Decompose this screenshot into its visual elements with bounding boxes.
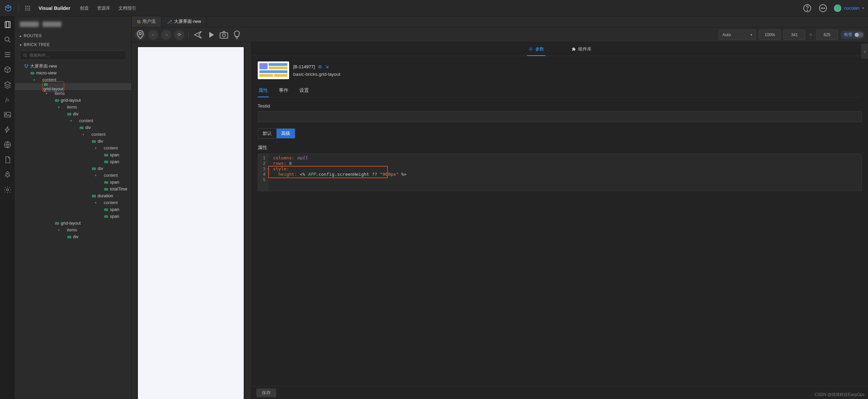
tree-row[interactable]: ▾content bbox=[15, 199, 131, 206]
tree-row[interactable]: grid-layout bbox=[15, 220, 131, 227]
tree-row[interactable]: div bbox=[15, 124, 131, 131]
apps-icon[interactable] bbox=[25, 5, 30, 11]
tree-row[interactable]: ▾items bbox=[15, 227, 131, 233]
avatar bbox=[834, 4, 841, 12]
tree-row[interactable]: grid-layout bbox=[15, 97, 131, 104]
caret-down-icon: ▾ bbox=[862, 6, 864, 10]
tree-row[interactable]: span bbox=[15, 152, 131, 158]
tree-row[interactable]: span bbox=[15, 206, 131, 213]
chat-icon[interactable] bbox=[818, 3, 828, 13]
link-icon[interactable]: ⇲ bbox=[325, 64, 329, 69]
zoom-input[interactable]: 100% bbox=[759, 30, 781, 40]
tree-row[interactable]: duration bbox=[15, 193, 131, 199]
subtab-events[interactable]: 事件 bbox=[278, 85, 289, 97]
logo-icon bbox=[4, 4, 12, 12]
rail-globe-icon[interactable] bbox=[3, 141, 12, 149]
tree-row[interactable]: div bbox=[15, 111, 131, 117]
brick-name: basic-bricks.grid-layout bbox=[293, 72, 340, 77]
tree-row[interactable]: ▾items bbox=[15, 104, 131, 111]
mode-segment: 默认 高级 bbox=[258, 128, 295, 139]
help-icon[interactable] bbox=[802, 3, 812, 13]
pin-button[interactable] bbox=[135, 30, 145, 40]
tab-params[interactable]: 参数 bbox=[528, 42, 544, 56]
save-button[interactable]: 保存 bbox=[256, 388, 276, 397]
search-icon bbox=[23, 53, 27, 58]
tree-row[interactable]: div bbox=[15, 165, 131, 172]
camera-button[interactable] bbox=[219, 30, 229, 40]
rail-settings-icon[interactable] bbox=[3, 186, 12, 194]
height-input[interactable]: 625 bbox=[816, 30, 838, 40]
tree-row[interactable]: div bbox=[15, 233, 131, 240]
tree-row[interactable]: ▾content bbox=[15, 117, 131, 124]
viewport-mode-select[interactable]: Auto ▾ bbox=[718, 30, 756, 40]
rail-bolt-icon[interactable] bbox=[3, 126, 12, 134]
canvas[interactable] bbox=[132, 42, 251, 399]
bulb-button[interactable] bbox=[232, 30, 242, 40]
forward-button[interactable]: → bbox=[161, 30, 171, 40]
tree-row[interactable]: 大屏界面-new bbox=[15, 63, 131, 70]
rail-fx-icon[interactable]: fx bbox=[3, 96, 12, 104]
topbar: Visual Builder 创造 资源库 文档指引 cocolan ▾ bbox=[0, 0, 868, 16]
back-button[interactable]: ← bbox=[148, 30, 158, 40]
search-input[interactable] bbox=[20, 51, 127, 60]
brick-card: [B-114977] ⧉ ⇲ basic-bricks.grid-layout bbox=[258, 61, 862, 79]
inspect-toggle[interactable]: 检查 bbox=[841, 30, 865, 39]
tree-row[interactable]: span bbox=[15, 158, 131, 165]
brick-id: [B-114977] bbox=[293, 64, 315, 69]
rail-page-icon[interactable] bbox=[3, 20, 12, 29]
svg-point-14 bbox=[824, 8, 825, 8]
nav-create[interactable]: 创造 bbox=[80, 5, 89, 11]
tree-row[interactable]: grid-layout bbox=[15, 83, 131, 90]
tab-userflow[interactable]: ⧉ 用户流 bbox=[132, 16, 161, 27]
seg-default[interactable]: 默认 bbox=[258, 129, 276, 138]
svg-point-17 bbox=[5, 37, 9, 41]
tab-page[interactable]: ⎇ 大屏界面-new bbox=[161, 16, 207, 27]
rail: fx bbox=[0, 16, 15, 399]
copy-icon[interactable]: ⧉ bbox=[318, 64, 322, 70]
svg-rect-7 bbox=[27, 10, 28, 11]
puzzle-icon bbox=[571, 47, 576, 52]
rail-box-icon[interactable] bbox=[3, 66, 12, 74]
subtab-settings[interactable]: 设置 bbox=[299, 85, 310, 97]
tree-row[interactable]: ▾items bbox=[15, 90, 131, 97]
testid-label: TestId bbox=[258, 103, 862, 109]
rail-file-icon[interactable] bbox=[3, 156, 12, 164]
user-menu[interactable]: cocolan ▾ bbox=[834, 4, 864, 12]
tree-row[interactable]: span bbox=[15, 179, 131, 186]
tree-row[interactable]: micro-view bbox=[15, 70, 131, 76]
rail-rocket-icon[interactable] bbox=[3, 171, 12, 179]
reload-button[interactable]: ⟳ bbox=[174, 30, 184, 40]
play-button[interactable] bbox=[206, 30, 216, 40]
gear-icon bbox=[528, 47, 533, 52]
expand-button[interactable]: › bbox=[861, 44, 868, 59]
tree-row[interactable]: div bbox=[15, 138, 131, 145]
nav-docs[interactable]: 文档指引 bbox=[118, 5, 136, 11]
width-input[interactable]: 341 bbox=[783, 30, 805, 40]
code-text[interactable]: columns: null rows: 8 style: height: <% … bbox=[268, 154, 862, 191]
svg-rect-16 bbox=[6, 22, 10, 28]
project-title: ██████ - ██████ bbox=[15, 16, 131, 31]
tree-row[interactable]: ▾content bbox=[15, 145, 131, 152]
svg-point-19 bbox=[5, 113, 6, 114]
seg-advanced[interactable]: 高级 bbox=[276, 129, 295, 138]
canvas-page bbox=[138, 47, 244, 399]
bricktree-section[interactable]: ▾BRICK TREE bbox=[15, 40, 131, 49]
right-panel: 参数 组件库 bbox=[251, 42, 868, 399]
rail-list-icon[interactable] bbox=[3, 51, 12, 59]
nav-resources[interactable]: 资源库 bbox=[97, 5, 110, 11]
code-editor[interactable]: 12345 columns: null rows: 8 style: heigh… bbox=[258, 154, 862, 191]
testid-input[interactable] bbox=[258, 111, 862, 122]
top-nav: 创造 资源库 文档指引 bbox=[80, 5, 136, 11]
tree-row[interactable]: span bbox=[15, 213, 131, 220]
send-button[interactable] bbox=[193, 30, 203, 40]
tree-row[interactable]: ▾content bbox=[15, 172, 131, 179]
tab-library[interactable]: 组件库 bbox=[571, 42, 592, 56]
subtab-props[interactable]: 属性 bbox=[258, 85, 269, 97]
rail-image-icon[interactable] bbox=[3, 111, 12, 119]
rail-search-icon[interactable] bbox=[3, 35, 12, 44]
tree-row[interactable]: totalTime bbox=[15, 186, 131, 193]
tree-row[interactable]: ▾content bbox=[15, 76, 131, 83]
rail-layers-icon[interactable] bbox=[3, 81, 12, 89]
routes-section[interactable]: ▸ROUTES bbox=[15, 31, 131, 40]
tree-row[interactable]: ▾content bbox=[15, 131, 131, 138]
